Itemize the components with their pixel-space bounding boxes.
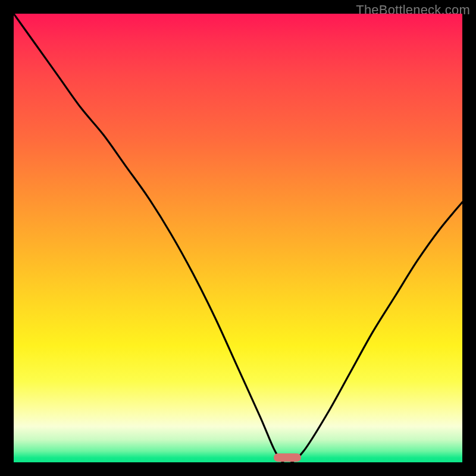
chart-frame: TheBottleneck.com <box>0 0 476 476</box>
curve-svg <box>14 14 462 462</box>
plot-area <box>14 14 462 462</box>
bottleneck-curve <box>14 14 462 462</box>
minimum-marker <box>274 453 300 462</box>
